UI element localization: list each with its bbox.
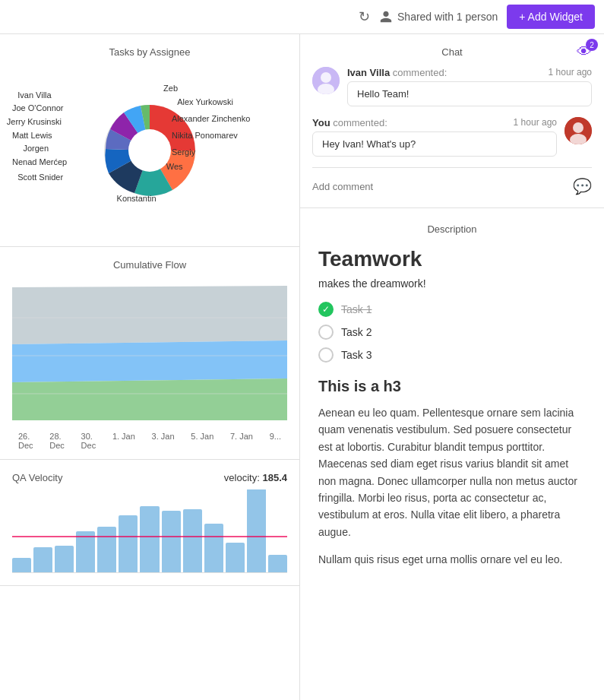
- velocity-bars-container: [12, 489, 287, 573]
- cumulative-flow-chart: 26.Dec 28.Dec 30.Dec 1. Jan 3. Jan 5. Ja…: [12, 280, 287, 447]
- svg-point-1: [128, 129, 171, 172]
- chat-eye-badge: 👁 2: [577, 43, 592, 61]
- send-icon: 💬: [573, 177, 592, 195]
- label-nenad: Nenad Merćep: [12, 157, 67, 166]
- description-heading: Teamwork: [318, 247, 586, 271]
- chat-input-area[interactable]: 💬: [312, 167, 592, 195]
- label-matt: Matt Lewis: [12, 131, 52, 140]
- xlabel-8: 9...: [270, 432, 281, 450]
- velocity-label-text: velocity:: [224, 472, 260, 483]
- label-ivan: Ivan Villa: [17, 90, 51, 100]
- description-subtitle: makes the dreamwork!: [318, 277, 586, 290]
- description-para-1: Aenean eu leo quam. Pellentesque ornare …: [318, 404, 586, 540]
- author-you: You: [312, 117, 330, 128]
- svg-marker-4: [12, 379, 287, 420]
- task-check-3[interactable]: [318, 347, 334, 363]
- qa-velocity-widget: QA Velocity velocity: 185.4: [0, 460, 299, 586]
- xlabel-7: 7. Jan: [230, 432, 253, 450]
- left-column: Tasks by Assignee: [0, 34, 300, 700]
- chat-author-2: You commented:: [312, 117, 387, 128]
- author-name-1: Ivan Villa: [347, 67, 390, 78]
- label-jerry: Jerry Krusinski: [7, 117, 62, 126]
- chat-badge-count: 2: [586, 39, 598, 51]
- label-jorgen: Jorgen: [23, 144, 49, 153]
- vel-bar-8: [183, 509, 202, 572]
- svg-point-9: [321, 72, 331, 83]
- description-para-2: Nullam quis risus eget urna mollis ornar…: [318, 551, 586, 568]
- description-panel: Description Teamwork makes the dreamwork…: [300, 208, 604, 594]
- chat-bubble-1: Hello Team!: [347, 81, 592, 106]
- task-item-3: Task 3: [318, 347, 586, 363]
- main-layout: Tasks by Assignee: [0, 34, 604, 700]
- cumflow-svg: [12, 280, 287, 428]
- task-label-2: Task 2: [341, 326, 372, 338]
- qa-velocity-title: QA Velocity: [12, 472, 62, 483]
- chat-add-comment-input[interactable]: [312, 181, 565, 192]
- description-label: Description: [318, 223, 586, 235]
- person-icon: [379, 10, 393, 24]
- chat-content-2: You commented: 1 hour ago Hey Ivan! What…: [312, 117, 557, 157]
- chat-title: Chat: [312, 46, 592, 58]
- cumulative-flow-title: Cumulative Flow: [12, 259, 287, 271]
- chat-message-1: Ivan Villa commented: 1 hour ago Hello T…: [312, 67, 592, 106]
- tasks-by-assignee-widget: Tasks by Assignee: [0, 34, 299, 247]
- label-joe: Joe O'Connor: [12, 103, 64, 112]
- xlabel-5: 3. Jan: [152, 432, 175, 450]
- tasks-by-assignee-title: Tasks by Assignee: [12, 46, 287, 58]
- chat-time-2: 1 hour ago: [514, 117, 557, 128]
- shared-text: Shared with 1 person: [397, 11, 498, 23]
- right-column: Chat 👁 2 Ivan Villa: [300, 34, 604, 700]
- task-item-1: ✓ Task 1: [318, 302, 586, 317]
- task-item-2: Task 2: [318, 325, 586, 340]
- description-h3: This is a h3: [318, 378, 586, 395]
- avatar-you-svg: [564, 117, 592, 144]
- chat-message-2: You commented: 1 hour ago Hey Ivan! What…: [312, 117, 592, 157]
- avatar-ivan-svg: [312, 67, 340, 94]
- velocity-number: 185.4: [262, 472, 287, 483]
- xlabel-2: 28.Dec: [49, 432, 65, 450]
- pie-svg: [89, 90, 210, 211]
- chat-meta-1: Ivan Villa commented: 1 hour ago: [347, 67, 592, 78]
- task-check-2[interactable]: [318, 325, 334, 340]
- chat-panel: Chat 👁 2 Ivan Villa: [300, 34, 604, 208]
- vel-bar-6: [140, 506, 159, 572]
- task-label-3: Task 3: [341, 349, 372, 361]
- avatar-ivan: [312, 67, 340, 94]
- vel-bar-5: [119, 515, 138, 572]
- vel-bar-9: [204, 524, 223, 572]
- topbar: ↻ Shared with 1 person + Add Widget: [0, 0, 604, 34]
- cumflow-xaxis: 26.Dec 28.Dec 30.Dec 1. Jan 3. Jan 5. Ja…: [12, 432, 287, 450]
- velocity-header: QA Velocity velocity: 185.4: [12, 472, 287, 483]
- task-list: ✓ Task 1 Task 2 Task 3: [318, 302, 586, 363]
- cumulative-flow-widget: Cumulative Flow 26.Dec 28.Dec: [0, 247, 299, 460]
- velocity-avg-line: [12, 536, 287, 537]
- chat-action-2: commented:: [333, 117, 387, 128]
- chat-action-1: commented:: [393, 67, 447, 78]
- xlabel-6: 5. Jan: [191, 432, 213, 450]
- vel-bar-7: [162, 511, 181, 572]
- xlabel-1: 26.Dec: [18, 432, 33, 450]
- vel-bar-4: [97, 527, 116, 572]
- refresh-icon[interactable]: ↻: [359, 8, 370, 25]
- vel-bar-10: [226, 543, 245, 572]
- chat-content-1: Ivan Villa commented: 1 hour ago Hello T…: [347, 67, 592, 106]
- svg-point-12: [573, 122, 583, 133]
- vel-bar-12: [268, 555, 287, 572]
- chat-author-1: Ivan Villa commented:: [347, 67, 447, 78]
- svg-marker-3: [12, 340, 287, 382]
- vel-bar-2: [55, 546, 74, 572]
- chat-meta-2: You commented: 1 hour ago: [312, 117, 557, 128]
- vel-bar-1: [33, 547, 52, 572]
- shared-indicator: Shared with 1 person: [379, 10, 498, 24]
- xlabel-3: 30.Dec: [81, 432, 96, 450]
- label-scott: Scott Snider: [17, 173, 63, 182]
- task-check-1[interactable]: ✓: [318, 302, 334, 317]
- vel-bar-11: [247, 489, 266, 572]
- task-label-1: Task 1: [341, 303, 372, 315]
- velocity-stat: velocity: 185.4: [224, 472, 287, 483]
- vel-bar-0: [12, 558, 31, 572]
- chat-time-1: 1 hour ago: [549, 67, 592, 78]
- add-widget-button[interactable]: + Add Widget: [507, 5, 595, 29]
- pie-chart: Ivan Villa Zeb Joe O'Connor Alex Yurkows…: [12, 67, 287, 234]
- avatar-you: [564, 117, 592, 144]
